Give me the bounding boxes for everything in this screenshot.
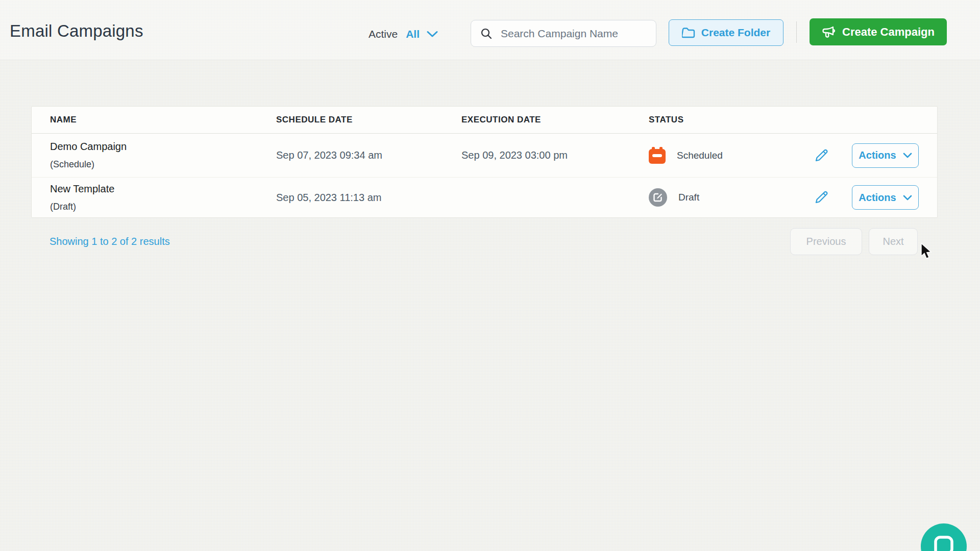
campaign-name[interactable]: Demo Campaign [50,141,276,153]
column-header-execution-date: EXECUTION DATE [461,115,649,125]
edit-pencil-icon[interactable] [814,190,829,205]
column-header-name: NAME [50,115,276,125]
filter-label: Active [369,28,398,40]
status-actions-cell: Draft Actions [649,185,919,210]
edit-circle-icon [649,188,667,207]
campaign-name[interactable]: New Template [50,183,276,195]
create-campaign-label: Create Campaign [842,26,935,39]
search-input[interactable] [501,28,647,40]
results-summary: Showing 1 to 2 of 2 results [50,236,170,247]
campaigns-table-card: NAME SCHEDULE DATE EXECUTION DATE STATUS… [31,106,938,218]
search-box [471,20,656,47]
header-divider [796,21,797,43]
campaign-name-cell: New Template (Draft) [50,183,276,212]
actions-button[interactable]: Actions [852,143,919,168]
megaphone-icon [822,26,836,39]
status-badge: Scheduled [649,147,723,164]
status-filter: Active All [369,26,438,43]
top-header-bar: Email Campaigns Active All Create Folder [0,0,980,60]
table-header-row: NAME SCHEDULE DATE EXECUTION DATE STATUS [32,107,937,134]
column-header-status: STATUS [649,115,919,125]
create-folder-button[interactable]: Create Folder [669,19,783,46]
chat-bubble-icon [930,533,957,551]
create-folder-label: Create Folder [701,27,770,39]
chevron-down-icon [903,195,912,201]
column-header-schedule-date: SCHEDULE DATE [276,115,461,125]
filter-selected-value: All [406,28,420,40]
search-icon [480,28,493,40]
status-actions-cell: Scheduled Actions [649,143,919,168]
calendar-icon [649,147,666,164]
filter-dropdown[interactable]: All [406,28,438,40]
chevron-down-icon [427,31,438,38]
chevron-down-icon [903,153,912,158]
edit-pencil-icon[interactable] [814,148,829,163]
schedule-date-cell: Sep 05, 2023 11:13 am [276,192,461,204]
campaign-subtitle: (Schedule) [50,159,276,170]
create-campaign-button[interactable]: Create Campaign [810,18,947,45]
campaign-name-cell: Demo Campaign (Schedule) [50,141,276,170]
previous-page-button[interactable]: Previous [790,228,862,255]
status-label: Draft [678,192,699,203]
mouse-cursor-icon [920,243,934,262]
chat-launcher-button[interactable] [921,523,967,551]
execution-date-cell: Sep 09, 2023 03:00 pm [461,149,649,161]
campaign-subtitle: (Draft) [50,202,276,212]
table-row: New Template (Draft) Sep 05, 2023 11:13 … [32,178,937,217]
status-badge: Draft [649,188,699,207]
schedule-date-cell: Sep 07, 2023 09:34 am [276,149,461,161]
actions-label: Actions [859,149,896,161]
table-row: Demo Campaign (Schedule) Sep 07, 2023 09… [32,134,937,178]
actions-label: Actions [859,192,896,204]
folder-icon [682,27,695,38]
next-page-button[interactable]: Next [869,228,918,255]
actions-button[interactable]: Actions [852,185,919,210]
status-label: Scheduled [677,150,723,161]
page-title: Email Campaigns [10,21,143,41]
